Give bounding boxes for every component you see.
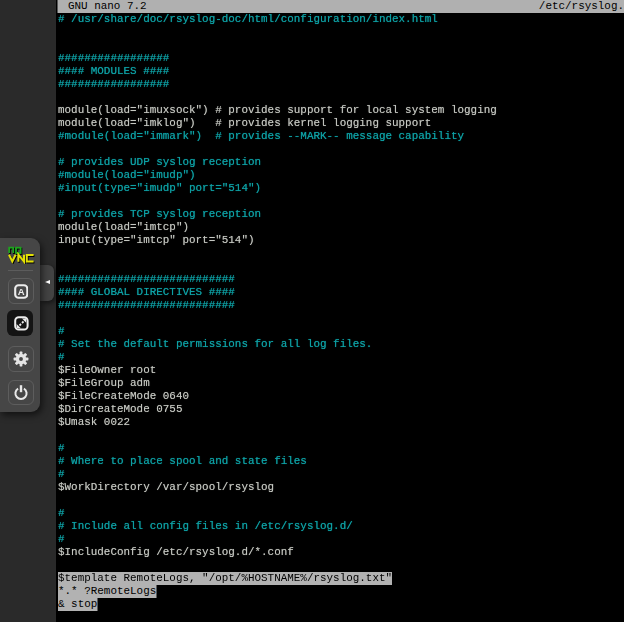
svg-text:A: A	[17, 286, 24, 297]
